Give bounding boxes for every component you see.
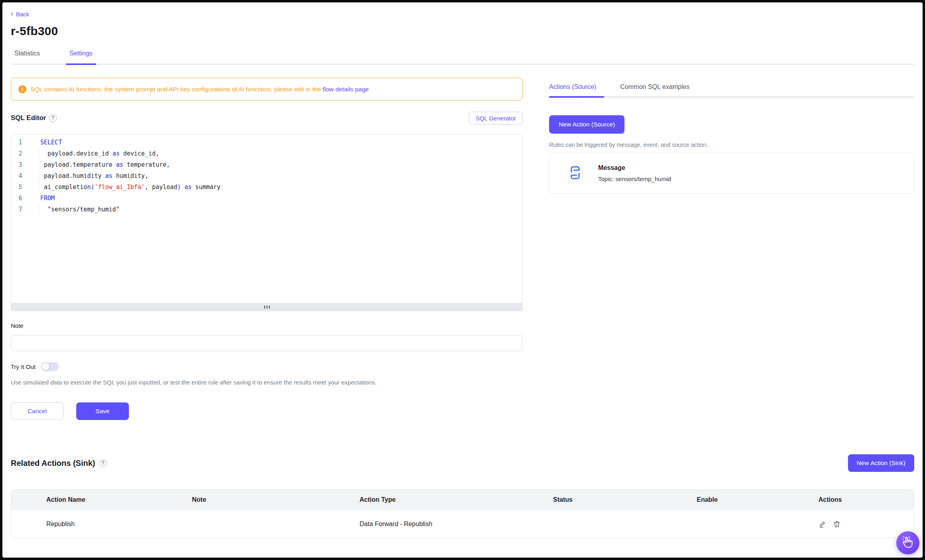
chevron-left-icon: ‹ bbox=[11, 10, 13, 17]
help-icon-sql-editor[interactable]: ? bbox=[49, 114, 57, 122]
line-number: 6 bbox=[11, 193, 30, 204]
code-line-text: ai_completion('flow_ai_1bfa', payload) a… bbox=[30, 181, 221, 193]
note-input[interactable] bbox=[11, 335, 523, 351]
back-link[interactable]: ‹ Back bbox=[11, 10, 29, 18]
warning-text: SQL contains AI functions, the system pr… bbox=[30, 86, 369, 93]
code-line: 1SELECT bbox=[11, 137, 522, 148]
hand-tap-floating-button[interactable] bbox=[896, 531, 919, 554]
line-number: 5 bbox=[11, 181, 30, 193]
code-line-text: SELECT bbox=[30, 137, 62, 148]
new-action-source-button[interactable]: New Action (Source) bbox=[549, 115, 625, 134]
message-card-topic: Topic: sensors/temp_humid bbox=[598, 175, 671, 182]
drag-dots-icon bbox=[264, 306, 265, 309]
table-row: Republish Data Forward - Republish bbox=[11, 510, 914, 538]
message-source-card[interactable]: Message Topic: sensors/temp_humid bbox=[549, 153, 914, 194]
sql-editor[interactable]: 1SELECT2 payload.device_id as device_id,… bbox=[11, 134, 523, 311]
col-note: Note bbox=[192, 496, 360, 503]
tab-common-sql-examples[interactable]: Common SQL examples bbox=[620, 83, 698, 98]
delete-trash-icon[interactable] bbox=[833, 520, 841, 528]
code-line: 4 payload.humidity as humidity, bbox=[11, 170, 522, 181]
try-it-out-label: Try It Out bbox=[11, 363, 36, 370]
line-number: 4 bbox=[11, 170, 30, 181]
sql-code[interactable]: 1SELECT2 payload.device_id as device_id,… bbox=[11, 134, 522, 303]
tab-statistics[interactable]: Statistics bbox=[11, 50, 43, 65]
back-label: Back bbox=[16, 11, 29, 18]
col-action-name: Action Name bbox=[11, 496, 192, 503]
editor-resize-handle[interactable] bbox=[11, 303, 522, 311]
code-line: 3 payload.temperature as temperature, bbox=[11, 159, 522, 170]
hand-tap-icon bbox=[901, 536, 914, 550]
source-panel-tabs: Actions (Source) Common SQL examples bbox=[549, 83, 914, 98]
cell-actions bbox=[818, 520, 914, 528]
help-icon-related-actions[interactable]: ? bbox=[99, 459, 107, 467]
try-it-out-toggle[interactable] bbox=[41, 362, 59, 371]
message-card-title: Message bbox=[598, 164, 671, 172]
sql-editor-label: SQL Editor bbox=[11, 114, 46, 122]
edit-pencil-icon[interactable] bbox=[818, 520, 826, 528]
code-line: 6FROM bbox=[11, 193, 522, 204]
line-number: 2 bbox=[11, 148, 30, 159]
col-enable: Enable bbox=[697, 496, 818, 503]
app-window: ‹ Back r-5fb300 Statistics Settings ! SQ… bbox=[0, 0, 925, 560]
code-line: 5 ai_completion('flow_ai_1bfa', payload)… bbox=[11, 181, 522, 193]
note-label: Note bbox=[11, 322, 523, 329]
sql-generator-button[interactable]: SQL Generator bbox=[469, 112, 523, 124]
code-line-text: FROM bbox=[30, 193, 55, 204]
save-button[interactable]: Save bbox=[76, 402, 129, 420]
related-actions-table: Action Name Note Action Type Status Enab… bbox=[11, 489, 914, 538]
table-header-row: Action Name Note Action Type Status Enab… bbox=[11, 490, 914, 510]
code-line-text: "sensors/temp_humid" bbox=[30, 204, 120, 215]
code-line: 2 payload.device_id as device_id, bbox=[11, 148, 522, 159]
code-line-text: payload.device_id as device_id, bbox=[30, 148, 159, 159]
related-actions-title: Related Actions (Sink) ? bbox=[11, 459, 107, 468]
exclamation-circle-icon: ! bbox=[18, 85, 26, 93]
cell-action-type: Data Forward - Republish bbox=[360, 521, 553, 528]
page-title: r-5fb300 bbox=[11, 24, 914, 38]
flow-details-link[interactable]: flow details page bbox=[323, 86, 369, 93]
line-number: 1 bbox=[11, 137, 30, 148]
code-line: 7 "sensors/temp_humid" bbox=[11, 204, 522, 215]
source-hint: Rules can be triggered by message, event… bbox=[549, 142, 914, 148]
col-actions: Actions bbox=[818, 496, 914, 503]
line-number: 7 bbox=[11, 204, 30, 215]
cancel-button[interactable]: Cancel bbox=[11, 402, 63, 420]
main-tabs: Statistics Settings bbox=[11, 50, 914, 65]
line-number: 3 bbox=[11, 159, 30, 170]
cell-action-name: Republish bbox=[11, 521, 192, 528]
tab-settings[interactable]: Settings bbox=[66, 50, 96, 65]
code-line-text: payload.temperature as temperature, bbox=[30, 159, 170, 170]
code-line-text: payload.humidity as humidity, bbox=[30, 170, 148, 181]
new-action-sink-button[interactable]: New Action (Sink) bbox=[848, 454, 914, 472]
col-status: Status bbox=[553, 496, 697, 503]
message-box-icon bbox=[566, 163, 584, 184]
tab-actions-source[interactable]: Actions (Source) bbox=[549, 83, 604, 98]
ai-warning-banner: ! SQL contains AI functions, the system … bbox=[11, 78, 523, 101]
try-it-out-description: Use simulated data to execute the SQL yo… bbox=[11, 379, 523, 386]
col-action-type: Action Type bbox=[360, 496, 553, 503]
